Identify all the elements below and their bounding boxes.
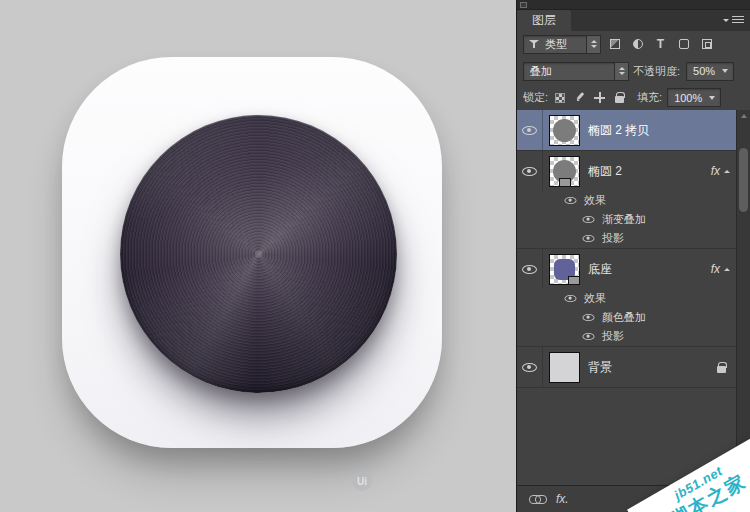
layer-row-ellipse2-copy[interactable]: 椭圆 2 拷贝	[517, 110, 736, 150]
layer-name[interactable]: 椭圆 2	[588, 163, 622, 180]
ui-logo-watermark: Ui	[352, 471, 372, 491]
effect-label: 渐变叠加	[602, 212, 646, 227]
effect-row-drop-shadow[interactable]: 投影	[517, 327, 736, 346]
fx-label: fx	[711, 164, 720, 178]
vector-mask-badge	[568, 276, 580, 285]
eye-icon	[522, 265, 537, 274]
effect-row-gradient-overlay[interactable]: 渐变叠加	[517, 210, 736, 229]
visibility-toggle[interactable]	[517, 249, 543, 289]
effect-label: 投影	[602, 231, 624, 246]
panel-topbar	[517, 0, 750, 10]
layers-list: 椭圆 2 拷贝 椭圆 2 fx	[517, 110, 750, 485]
visibility-toggle[interactable]	[517, 151, 543, 191]
layer-fx-toggle[interactable]: fx	[711, 262, 730, 276]
photoshop-window: Ui 图层 类型 T	[0, 0, 750, 512]
layer-lock-icon	[717, 366, 726, 373]
collapse-effects-icon	[724, 268, 730, 271]
lock-row: 锁定: 填充: 100%	[517, 85, 750, 110]
visibility-toggle[interactable]	[517, 347, 543, 387]
fill-dropdown[interactable]: 100%	[667, 88, 721, 107]
effect-label: 投影	[602, 329, 624, 344]
layer-thumbnail[interactable]	[549, 115, 580, 146]
layer-row-ellipse2[interactable]: 椭圆 2 fx	[517, 151, 736, 191]
lock-label: 锁定:	[523, 90, 548, 105]
filter-kind-dropdown[interactable]: 类型	[523, 35, 601, 54]
icon-base-shape	[62, 57, 442, 448]
fill-label: 填充:	[637, 90, 662, 105]
opacity-dropdown[interactable]: 50%	[686, 62, 734, 81]
lock-all-icon[interactable]	[611, 89, 628, 106]
effect-label: 颜色叠加	[602, 310, 646, 325]
collapse-effects-icon	[724, 170, 730, 173]
tab-layers[interactable]: 图层	[517, 10, 571, 31]
chevron-down-icon	[709, 96, 715, 100]
panel-menu-icon[interactable]	[723, 10, 744, 31]
layer-thumbnail[interactable]	[549, 254, 580, 285]
filter-shape-icon[interactable]	[674, 36, 693, 53]
panel-tab-row: 图层	[517, 10, 750, 31]
ui-logo-badge: Ui	[352, 471, 372, 491]
effects-label: 效果	[584, 193, 606, 208]
opacity-value: 50%	[687, 65, 721, 77]
layer-row-base[interactable]: 底座 fx	[517, 249, 736, 289]
effect-row-drop-shadow[interactable]: 投影	[517, 229, 736, 248]
hamburger-icon	[732, 16, 744, 25]
visibility-toggle[interactable]	[517, 110, 543, 150]
blend-mode-dropdown[interactable]: 叠加	[523, 62, 629, 81]
blend-mode-value: 叠加	[524, 64, 614, 79]
filter-adjustment-icon[interactable]	[628, 36, 647, 53]
blend-row: 叠加 不透明度: 50%	[517, 57, 750, 85]
canvas-area[interactable]: Ui	[0, 0, 516, 512]
filter-smartobject-icon[interactable]	[697, 36, 716, 53]
effects-header-row[interactable]: 效果	[517, 191, 736, 210]
scrollbar-thumb[interactable]	[739, 148, 748, 212]
layer-name[interactable]: 椭圆 2 拷贝	[588, 122, 649, 139]
brushed-metal-disc	[120, 115, 397, 393]
eye-icon	[522, 126, 537, 135]
effects-label: 效果	[584, 291, 606, 306]
eye-icon	[583, 314, 595, 321]
eye-icon	[565, 197, 577, 204]
effects-header-row[interactable]: 效果	[517, 289, 736, 308]
menu-triangle-icon	[723, 19, 729, 22]
layer-fx-toggle[interactable]: fx	[711, 164, 730, 178]
lock-pixels-icon[interactable]	[571, 89, 588, 106]
scrollbar[interactable]	[736, 110, 750, 485]
filter-type-icon[interactable]: T	[651, 36, 670, 53]
filter-funnel-icon	[529, 40, 539, 49]
tab-layers-label: 图层	[532, 12, 556, 29]
lock-position-icon[interactable]	[591, 89, 608, 106]
layer-name[interactable]: 底座	[588, 261, 612, 278]
layer-filter-row: 类型 T	[517, 31, 750, 57]
fill-value: 100%	[668, 92, 708, 104]
eye-icon	[583, 235, 595, 242]
layer-thumbnail[interactable]	[549, 156, 580, 187]
layers-panel: 图层 类型 T 叠加 不透明度:	[516, 0, 750, 512]
lock-transparency-icon[interactable]	[551, 89, 568, 106]
eye-icon	[583, 333, 595, 340]
dropdown-arrows-icon	[614, 63, 628, 80]
layer-style-icon[interactable]: fx.	[556, 492, 569, 506]
opacity-label: 不透明度:	[633, 64, 680, 79]
filter-kind-value: 类型	[539, 37, 586, 52]
layer-name[interactable]: 背景	[588, 359, 612, 376]
eye-icon	[565, 295, 577, 302]
scroll-up-icon[interactable]	[741, 114, 747, 118]
fx-label: fx	[711, 262, 720, 276]
link-layers-icon[interactable]	[529, 495, 546, 503]
chevron-down-icon	[722, 69, 728, 73]
eye-icon	[583, 216, 595, 223]
eye-icon	[522, 167, 537, 176]
panel-collapse-icon[interactable]	[520, 2, 527, 8]
filter-pixel-icon[interactable]	[605, 36, 624, 53]
layer-thumbnail[interactable]	[549, 352, 580, 383]
effect-row-color-overlay[interactable]: 颜色叠加	[517, 308, 736, 327]
eye-icon	[522, 363, 537, 372]
vector-mask-badge	[559, 178, 571, 187]
dropdown-arrows-icon	[586, 36, 600, 53]
layer-row-background[interactable]: 背景	[517, 347, 736, 387]
